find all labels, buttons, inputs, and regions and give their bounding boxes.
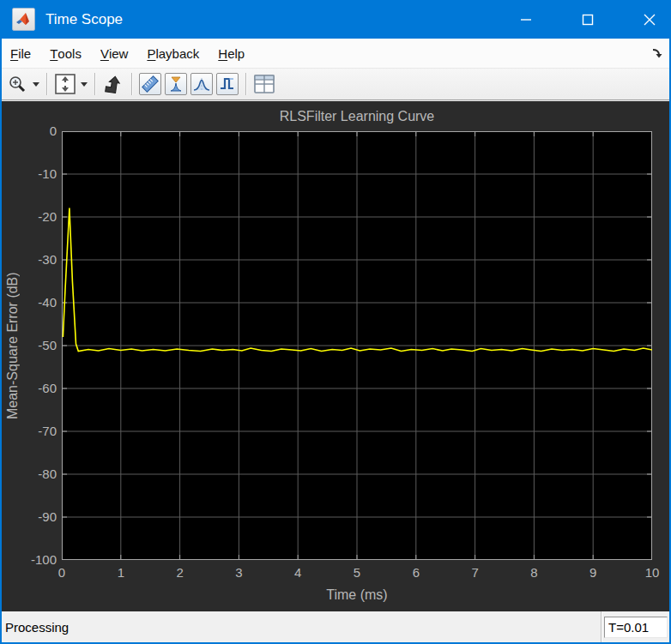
autoscale-button[interactable] xyxy=(52,71,78,97)
menu-item-file[interactable]: File xyxy=(2,39,39,68)
status-bar: Processing T=0.01 xyxy=(0,611,671,642)
x-tick-label: 0 xyxy=(43,565,81,580)
step-forward-icon xyxy=(103,74,124,94)
bilevel-measurements-icon xyxy=(216,73,239,95)
signal-statistics-icon xyxy=(165,73,187,95)
x-tick-label: 2 xyxy=(161,565,199,580)
y-tick-label: -60 xyxy=(5,381,57,395)
signal-statistics-button[interactable] xyxy=(163,71,189,97)
title-bar: Time Scope xyxy=(0,0,671,39)
menu-item-playback[interactable]: Playback xyxy=(138,39,208,68)
x-tick-label: 4 xyxy=(279,565,317,580)
toolbar-separator xyxy=(46,73,47,95)
cursor-measurements-ruler-icon xyxy=(139,73,161,95)
x-tick-label: 8 xyxy=(515,565,553,580)
x-tick-label: 7 xyxy=(456,565,494,580)
autoscale-icon xyxy=(54,73,76,95)
x-tick-label: 6 xyxy=(397,565,435,580)
autoscale-dropdown-arrow-icon[interactable] xyxy=(78,71,89,97)
x-tick-label: 9 xyxy=(574,565,612,580)
dock-arrow-icon[interactable] xyxy=(650,46,664,60)
x-tick-label: 1 xyxy=(102,565,140,580)
toolbar-separator xyxy=(131,73,132,95)
bilevel-measurements-button[interactable] xyxy=(215,71,240,97)
y-tick-label: -30 xyxy=(5,252,57,267)
menu-item-tools[interactable]: Tools xyxy=(41,39,90,68)
y-tick-label: -80 xyxy=(5,466,57,481)
matlab-logo-icon xyxy=(12,8,35,31)
y-tick-label: -20 xyxy=(5,209,57,224)
zoom-in-button[interactable] xyxy=(4,71,30,97)
minimize-button[interactable] xyxy=(505,0,547,39)
y-tick-label: -90 xyxy=(5,509,57,524)
menu-item-view[interactable]: View xyxy=(92,39,137,68)
close-button[interactable] xyxy=(628,0,671,39)
x-tick-label: 5 xyxy=(338,565,376,580)
chart-title: RLSFilter Learning Curve xyxy=(62,109,652,124)
peak-finder-button[interactable] xyxy=(189,71,215,97)
menu-item-help[interactable]: Help xyxy=(209,39,253,68)
zoom-dropdown-arrow-icon[interactable] xyxy=(30,71,41,97)
y-tick-label: -10 xyxy=(5,166,57,181)
cursor-measurements-button[interactable] xyxy=(137,71,163,97)
layout-button[interactable] xyxy=(251,71,277,97)
layout-grid-icon xyxy=(253,73,275,95)
y-tick-label: 0 xyxy=(5,123,57,138)
simulation-time-display: T=0.01 xyxy=(604,617,668,638)
plot-axes[interactable] xyxy=(62,131,652,560)
y-tick-label: -50 xyxy=(5,338,57,352)
figure-area: RLSFilter Learning Curve Mean-Square Err… xyxy=(0,101,671,611)
time-scope-window: Time Scope FileToolsViewPlaybackHelp xyxy=(0,0,671,644)
toolbar-separator xyxy=(245,73,246,95)
maximize-button[interactable] xyxy=(566,0,609,39)
status-text: Processing xyxy=(0,620,601,635)
toolbar-separator xyxy=(94,73,95,95)
window-title: Time Scope xyxy=(45,11,505,28)
status-right-panel: T=0.01 xyxy=(602,611,671,642)
toolbar xyxy=(0,69,671,100)
peak-finder-icon xyxy=(190,73,213,95)
x-tick-label: 3 xyxy=(220,565,257,580)
zoom-in-icon xyxy=(8,75,27,93)
menu-bar: FileToolsViewPlaybackHelp xyxy=(0,39,671,69)
y-tick-label: -40 xyxy=(5,295,57,310)
x-tick-label: 10 xyxy=(633,565,671,580)
x-axis-label: Time (ms) xyxy=(62,587,652,603)
y-tick-label: -70 xyxy=(5,424,57,438)
step-forward-button[interactable] xyxy=(100,71,126,97)
learning-curve-line xyxy=(63,208,652,352)
